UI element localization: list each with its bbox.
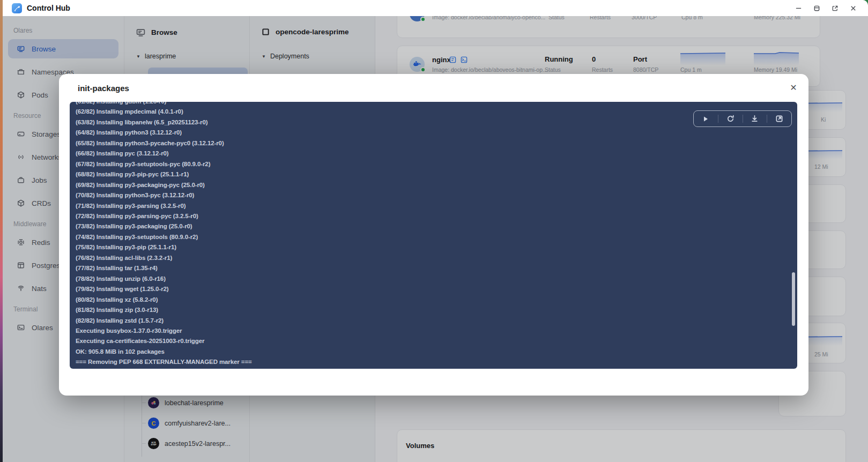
log-line: (69/82) Installing py3-packaging-pyc (25… <box>76 180 797 190</box>
jobs-icon <box>17 176 25 184</box>
open-in-new-button[interactable] <box>767 111 791 126</box>
restarts-value: 0 <box>592 55 596 63</box>
log-line: (79/82) Installing wget (1.25.0-r2) <box>76 284 797 294</box>
chevron-down-icon: ▼ <box>136 54 140 59</box>
browse-panel-title: Browse <box>151 28 177 36</box>
tree-node-comfyui[interactable]: C comfyuisharev2-lare... <box>148 418 231 429</box>
log-line: (63/82) Installing libpanelw (6.5_p20251… <box>76 117 797 128</box>
minimize-button[interactable] <box>794 4 803 12</box>
tree-node-label: Deployments <box>270 53 309 60</box>
crds-icon <box>17 199 25 207</box>
sidebar-item-label: CRDs <box>32 199 51 207</box>
log-line: (61/82) Installing gdbm (1.26-r0) <box>76 102 797 107</box>
log-line: (73/82) Installing py3-packaging (25.0-r… <box>76 221 797 232</box>
cpu-label: Cpu 1 m <box>680 66 702 73</box>
restarts-label: Restarts <box>592 66 613 73</box>
log-line: (72/82) Installing py3-parsing-pyc (3.2.… <box>76 211 797 221</box>
sidebar-item-label: Redis <box>32 239 50 247</box>
tree-connector <box>142 403 146 403</box>
detail-panel-header: opencode-laresprime <box>262 28 349 36</box>
volumes-title: Volumes <box>406 442 434 450</box>
log-line: (76/82) Installing acl-libs (2.3.2-r1) <box>76 253 797 263</box>
terminal-icon <box>17 324 25 331</box>
tree-node-lobechat[interactable]: lobechat-laresprime <box>148 397 224 408</box>
log-line: (74/82) Installing py3-setuptools (80.9.… <box>76 232 797 242</box>
play-button[interactable] <box>694 111 718 126</box>
port-title: Port <box>633 55 647 63</box>
pods-icon <box>17 91 25 99</box>
tile-memory-label: Ki <box>821 116 826 123</box>
titlebar: Control Hub <box>3 0 868 16</box>
control-hub-app-icon <box>12 3 22 13</box>
log-line: (77/82) Installing tar (1.35-r4) <box>76 263 797 273</box>
log-line: OK: 905.8 MiB in 102 packages <box>76 347 797 357</box>
tree-node-acestep[interactable]: ACESTEP acestep15v2-larespr... <box>148 438 231 449</box>
close-icon[interactable]: ✕ <box>787 81 800 94</box>
memory-label: Memory 19.49 Mi <box>754 66 797 73</box>
log-line: (66/82) Installing pyc (3.12.12-r0) <box>76 148 797 159</box>
tree-node-laresprime[interactable]: ▼ laresprime <box>136 53 176 60</box>
open-external-button[interactable] <box>830 4 839 12</box>
log-line: (81/82) Installing zip (3.0-r13) <box>76 305 797 315</box>
app-title: Control Hub <box>27 4 70 12</box>
sidebar-section-olares: Olares <box>3 27 124 39</box>
redis-icon <box>17 239 25 246</box>
cpu-sparkline <box>680 50 725 65</box>
status-dot-green <box>420 17 426 22</box>
log-line: (70/82) Installing python3-pyc (3.12.12-… <box>76 190 797 200</box>
log-line: (75/82) Installing py3-pip (25.1.1-r1) <box>76 242 797 252</box>
refresh-button[interactable] <box>718 111 743 126</box>
storage-icon <box>17 130 25 138</box>
postgres-icon <box>17 262 25 269</box>
log-line: (67/82) Installing py3-setuptools-pyc (8… <box>76 159 797 169</box>
app-square-icon <box>262 28 270 36</box>
log-line: Executing busybox-1.37.0-r30.trigger <box>76 326 797 336</box>
log-terminal: (61/82) Installing gdbm (1.26-r0)(62/82)… <box>70 102 797 369</box>
browse-panel-icon <box>136 28 145 37</box>
status-value: Running <box>545 55 573 63</box>
pod-name: nginx <box>432 56 451 64</box>
sidebar-item-label: Postgres <box>32 262 60 270</box>
sidebar-item-label: Olares <box>32 324 53 332</box>
detail-panel-title: opencode-laresprime <box>276 28 349 36</box>
log-line: (65/82) Installing python3-pycache-pyc0 … <box>76 138 797 148</box>
comfyui-app-icon: C <box>148 418 159 429</box>
terminal-scrollbar[interactable] <box>792 272 795 326</box>
close-window-button[interactable] <box>849 4 857 12</box>
log-line: (68/82) Installing py3-pip-pyc (25.1.1-r… <box>76 169 797 180</box>
sidebar-item-label: Networks <box>32 153 62 161</box>
tree-node-label: laresprime <box>145 53 176 60</box>
tile-memory-label: 25 Mi <box>814 351 828 357</box>
tree-connector <box>142 391 142 457</box>
log-line: (62/82) Installing mpdecimal (4.0.1-r0) <box>76 107 797 117</box>
maximize-button[interactable] <box>812 4 821 12</box>
download-button[interactable] <box>743 111 767 126</box>
volumes-card: Volumes <box>397 429 846 462</box>
log-line: (80/82) Installing xz (5.8.2-r0) <box>76 295 797 305</box>
log-line: Executing ca-certificates-20251003-r0.tr… <box>76 336 797 346</box>
namespace-icon <box>17 68 25 76</box>
log-line: (78/82) Installing unzip (6.0-r16) <box>76 274 797 284</box>
chevron-down-icon: ▼ <box>262 54 266 59</box>
log-line: (82/82) Installing zstd (1.5.7-r2) <box>76 316 797 326</box>
log-line: === Removing PEP 668 EXTERNALLY-MANAGED … <box>76 357 797 367</box>
lobechat-app-icon <box>148 397 159 408</box>
tree-node-label: lobechat-laresprime <box>165 399 224 407</box>
status-label: Status <box>545 66 561 73</box>
tree-node-label: acestep15v2-larespr... <box>165 440 231 448</box>
log-lines: (61/82) Installing gdbm (1.26-r0)(62/82)… <box>70 102 797 369</box>
pod-terminal-icon[interactable] <box>461 56 468 63</box>
sidebar-item-browse[interactable]: Browse <box>8 39 118 58</box>
tree-connector <box>142 423 146 423</box>
pod-logs-icon[interactable] <box>449 56 456 63</box>
nats-icon <box>17 285 25 292</box>
docker-avatar <box>410 57 425 72</box>
tree-node-deployments[interactable]: ▼ Deployments <box>262 53 309 60</box>
tree-node-label: comfyuisharev2-lare... <box>165 420 231 427</box>
browse-panel-header: Browse <box>136 28 177 37</box>
modal-title: init-packages <box>78 84 129 93</box>
control-hub-window: Olares Browse Namespaces Pods Resource <box>0 0 868 462</box>
acestep-app-icon: ACESTEP <box>148 438 159 449</box>
browse-icon <box>17 45 25 53</box>
tile-memory-label: 12 Mi <box>814 163 828 170</box>
